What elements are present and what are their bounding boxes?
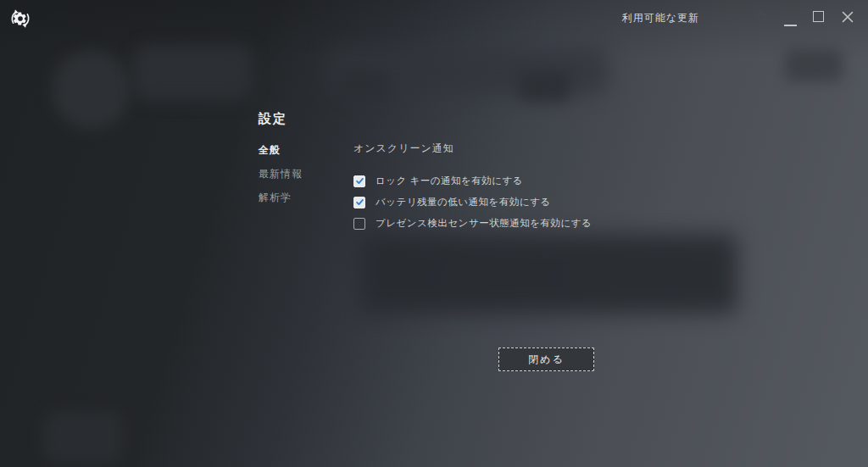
blurred-toolbar-band [326, 47, 608, 95]
help-glyph: ? [730, 12, 735, 21]
checkbox-row-low-battery[interactable]: バッテリ残量の低い通知を有効にする [353, 196, 551, 208]
checkbox-row-lock-keys[interactable]: ロック キーの通知を有効にする [353, 175, 523, 187]
close-settings-button[interactable]: 閉める [498, 347, 594, 371]
blurred-device-thumbnail [44, 412, 122, 463]
checkbox-icon[interactable] [353, 197, 365, 208]
blurred-device-circle [53, 51, 131, 129]
blurred-tab [134, 46, 253, 100]
checkbox-icon[interactable] [353, 175, 365, 187]
settings-menu-general[interactable]: 全般 [259, 143, 281, 158]
minimize-icon[interactable] [784, 16, 797, 29]
settings-panel-title: 設定 [259, 111, 287, 127]
blurred-toolbar-item [519, 71, 570, 102]
settings-menu-analytics[interactable]: 解析学 [259, 191, 292, 205]
maximize-icon[interactable] [813, 11, 824, 22]
checkbox-label: プレゼンス検出センサー状態通知を有効にする [376, 217, 592, 230]
available-updates-label[interactable]: 利用可能な更新 [622, 11, 699, 25]
sync-gear-icon[interactable] [8, 6, 33, 31]
blurred-keyboard-image [359, 234, 737, 314]
settings-menu-whats-new[interactable]: 最新情報 [259, 167, 303, 181]
blurred-button [785, 49, 843, 81]
onscreen-notifications-header: オンスクリーン通知 [353, 142, 454, 156]
app-window: 利用可能な更新 ? 設定 全般 最新情報 解析学 オンスクリーン通知 ロック キ… [0, 0, 868, 467]
checkbox-label: ロック キーの通知を有効にする [376, 175, 523, 187]
settings-gear-icon[interactable] [754, 9, 769, 25]
blurred-toolbar-item [337, 69, 388, 98]
checkbox-icon[interactable] [353, 218, 365, 230]
help-icon[interactable]: ? [726, 9, 740, 24]
close-window-icon[interactable] [841, 10, 854, 24]
checkbox-label: バッテリ残量の低い通知を有効にする [376, 196, 551, 208]
checkbox-row-presence-sensor[interactable]: プレゼンス検出センサー状態通知を有効にする [353, 217, 592, 230]
